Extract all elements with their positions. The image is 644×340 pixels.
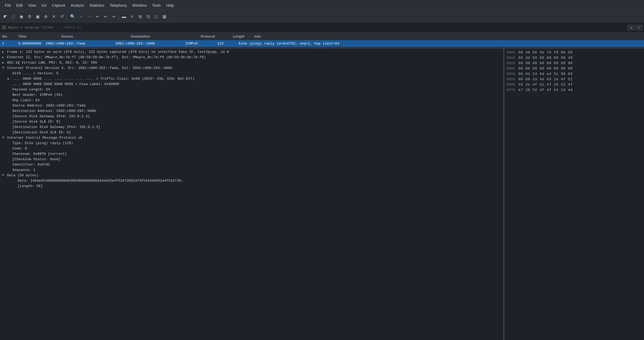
toolbar-btn-save-all[interactable]: ◉ — [18, 12, 25, 21]
toolbar-btn-zoom-minus[interactable]: ⊟ — [144, 12, 152, 21]
hex-bytes: 00 00 00 00 00 00 00 00 — [518, 61, 642, 65]
detail-line-ipv6-src-sla[interactable]: [Source 6to4 SLA ID: 0] — [0, 119, 503, 125]
toolbar-btn-zoom-plus[interactable]: ⊞ — [136, 12, 144, 21]
menu-item-go[interactable]: Go — [39, 2, 49, 9]
detail-line-ipv6-src-gw[interactable]: [Source 6to4 Gateway IPv4: 192.0.2.3] — [0, 114, 503, 119]
detail-line-ipv6-traffic[interactable]: ▶.... 0000 0000 .... .... .... .... ....… — [0, 76, 503, 82]
toolbar-btn-close-file[interactable]: ▣ — [34, 12, 41, 21]
filter-add-button[interactable]: + — [636, 25, 642, 30]
toolbar-btn-reload[interactable]: ⊕ — [42, 12, 49, 21]
toolbar: ◤□◉⚙▣⊕✕↺🔍←→↩⇐⇒▬≡⊞⊟◻▦ — [0, 11, 644, 23]
expand-icon-ipv6[interactable]: ▼ — [2, 66, 5, 70]
detail-text-ipv6-src: Source Address: 2002:c000:203::fada — [12, 104, 86, 108]
detail-line-ethernet[interactable]: ▶Ethernet II, Src: VMware_9e:7b:f7 (00:5… — [0, 55, 503, 60]
detail-line-ipv6-hop[interactable]: Hop Limit: 64 — [0, 98, 503, 103]
detail-line-ipv6-flow[interactable]: .... 0000 0000 0000 0000 0000 = Flow Lab… — [0, 82, 503, 87]
detail-line-icmpv6-data[interactable]: ▼Data (56 bytes) — [0, 173, 503, 178]
toolbar-btn-fit-width[interactable]: ◻ — [152, 12, 160, 21]
packet-cell-length: 122 — [215, 42, 237, 46]
detail-line-frame[interactable]: ▶Frame 1: 122 bytes on wire (976 bits), … — [0, 50, 503, 55]
detail-text-ethernet: Ethernet II, Src: VMware_9e:7b:f7 (00:50… — [7, 55, 206, 59]
detail-line-icmpv6-data-val[interactable]: Data: 146da451000000000d020030000000002d… — [0, 178, 503, 184]
detail-line-icmpv6-type[interactable]: Type: Echo (ping) reply (129) — [0, 141, 503, 146]
menu-item-capture[interactable]: Capture — [49, 2, 68, 9]
detail-text-ipv6-traffic: .... 0000 0000 .... .... .... .... .... … — [12, 77, 195, 81]
packet-list-header: No. Time Source Destination Protocol Len… — [0, 33, 644, 40]
expand-icon-icmpv6-data[interactable]: ▼ — [2, 173, 5, 177]
packet-cell-no: 1 — [0, 42, 16, 46]
packet-cell-source: 2002:c000:203::fada — [43, 42, 113, 46]
filter-actions: ⇒ + — [627, 25, 642, 30]
expand-icon-icmpv6[interactable]: ▼ — [2, 136, 5, 140]
toolbar-btn-shark-fin[interactable]: ◤ — [2, 12, 9, 21]
detail-line-icmpv6-seq[interactable]: Sequence: 1 — [0, 168, 503, 173]
detail-text-icmpv6-id: Identifier: 0x0792 — [12, 163, 50, 167]
hex-bytes: 00 01 14 6d a4 51 00 00 — [518, 72, 642, 76]
menu-item-edit[interactable]: Edit — [14, 2, 25, 9]
toolbar-btn-restart[interactable]: ↺ — [58, 12, 65, 21]
detail-text-ipv6-dst-gw: [Destination 6to4 Gateway IPv4: 192.0.2.… — [12, 125, 100, 129]
expand-icon-ipv6-traffic[interactable]: ▶ — [8, 77, 11, 81]
detail-line-ipv6-version[interactable]: 0110 .... = Version: 6 — [0, 71, 503, 76]
filter-icon: ⬛ — [2, 25, 6, 30]
detail-text-icmpv6-data-val: Data: 146da451000000000d020030000000002d… — [18, 179, 183, 183]
menu-item-analyze[interactable]: Analyze — [68, 2, 87, 9]
toolbar-btn-options[interactable]: ⚙ — [26, 12, 33, 21]
menu-item-tools[interactable]: Tools — [149, 2, 164, 9]
menu-item-statistics[interactable]: Statistics — [87, 2, 107, 9]
toolbar-btn-stop[interactable]: ✕ — [50, 12, 57, 21]
detail-line-icmpv6-checksum-status[interactable]: [Checksum Status: Good] — [0, 157, 503, 162]
col-header-info: Info — [252, 34, 644, 38]
detail-line-icmpv6[interactable]: ▼Internet Control Message Protocol v6 — [0, 136, 503, 141]
detail-line-ipv6-dst-gw[interactable]: [Destination 6to4 Gateway IPv4: 192.0.2.… — [0, 125, 503, 130]
detail-text-icmpv6-seq: Sequence: 1 — [12, 168, 35, 172]
detail-line-vlan[interactable]: ▶802.1Q Virtual LAN, PRI: 0, DEI: 0, ID:… — [0, 60, 503, 66]
menu-item-help[interactable]: Help — [163, 2, 177, 9]
col-header-time: Time — [16, 34, 59, 38]
detail-text-icmpv6-checksum: Checksum: 0x09f0 [correct] — [12, 152, 67, 156]
hex-dump-panel: 000000 50 56 9e 7b f9 00 50001086 dd 60 … — [504, 49, 644, 340]
menu-item-view[interactable]: View — [25, 2, 39, 9]
col-header-destination: Destination — [129, 34, 199, 38]
detail-line-ipv6-dst[interactable]: Destination Address: 2002:c000:203::b00b — [0, 109, 503, 114]
packet-row[interactable]: 10.0000000002002:c000:203::fada2002:c000… — [0, 40, 644, 47]
menubar: FileEditViewGoCaptureAnalyzeStatisticsTe… — [0, 0, 644, 11]
detail-line-ipv6-src[interactable]: Source Address: 2002:c000:203::fada — [0, 103, 503, 109]
toolbar-btn-next-packet[interactable]: → — [86, 12, 93, 21]
toolbar-btn-colorize[interactable]: ≡ — [128, 12, 136, 21]
hex-offset: 0050 — [507, 77, 516, 81]
toolbar-btn-zoom-full[interactable]: ▦ — [160, 12, 168, 21]
menu-item-telephony[interactable]: Telephony — [107, 2, 130, 9]
toolbar-btn-zoom-in[interactable]: 🔍 — [68, 12, 77, 21]
menu-item-wireless[interactable]: Wireless — [130, 2, 149, 9]
hex-offset: 0070 — [507, 88, 516, 92]
toolbar-btn-prev-packet[interactable]: ← — [78, 12, 85, 21]
detail-line-ipv6-next[interactable]: Next Header: ICMPv6 (58) — [0, 93, 503, 98]
hex-offset: 0060 — [507, 83, 516, 87]
detail-line-icmpv6-data-len[interactable]: [Length: 56] — [0, 184, 503, 189]
toolbar-btn-packet-list[interactable]: ▬ — [120, 12, 128, 21]
toolbar-btn-prev-match[interactable]: ⇐ — [102, 12, 109, 21]
packet-detail-panel[interactable]: ▶Frame 1: 122 bytes on wire (976 bits), … — [0, 49, 503, 340]
detail-line-ipv6-dst-sla[interactable]: [Destination 6to4 SLA ID: 0] — [0, 130, 503, 136]
menu-item-file[interactable]: File — [2, 2, 14, 9]
detail-line-ipv6-payload[interactable]: Payload Length: 64 — [0, 87, 503, 93]
detail-text-ipv6: Internet Protocol Version 6, Src: 2002:c… — [7, 66, 172, 70]
expand-icon-ethernet[interactable]: ▶ — [2, 55, 5, 59]
hex-bytes: 00 00 2d 4d 45 2e 4f 52 — [518, 77, 642, 81]
detail-text-icmpv6-code: Code: 0 — [12, 147, 27, 151]
packet-list: No. Time Source Destination Protocol Len… — [0, 33, 644, 47]
detail-line-ipv6[interactable]: ▼Internet Protocol Version 6, Src: 2002:… — [0, 66, 503, 71]
detail-text-ipv6-version: 0110 .... = Version: 6 — [12, 71, 58, 75]
toolbar-btn-next-match[interactable]: ⇒ — [110, 12, 117, 21]
toolbar-btn-first-packet[interactable]: ↩ — [94, 12, 101, 21]
detail-line-icmpv6-checksum[interactable]: Checksum: 0x09f0 [correct] — [0, 152, 503, 157]
filter-arrow-button[interactable]: ⇒ — [627, 25, 635, 30]
filter-input[interactable] — [8, 25, 627, 30]
detail-text-icmpv6-data: Data (56 bytes) — [7, 173, 38, 177]
toolbar-btn-open-file[interactable]: □ — [10, 12, 17, 21]
detail-line-icmpv6-code[interactable]: Code: 0 — [0, 146, 503, 152]
expand-icon-frame[interactable]: ▶ — [2, 50, 5, 54]
detail-line-icmpv6-id[interactable]: Identifier: 0x0792 — [0, 162, 503, 168]
expand-icon-vlan[interactable]: ▶ — [2, 61, 5, 65]
